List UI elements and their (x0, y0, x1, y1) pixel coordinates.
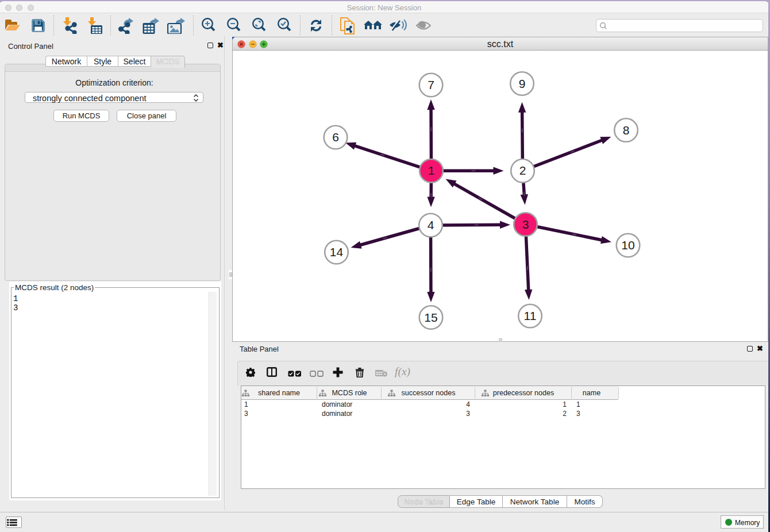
svg-text:3: 3 (522, 218, 529, 231)
svg-text:11: 11 (524, 309, 537, 322)
svg-text:9: 9 (519, 77, 526, 90)
svg-text:7: 7 (428, 78, 434, 91)
svg-text:6: 6 (332, 130, 339, 144)
svg-text:2: 2 (519, 164, 526, 177)
svg-text:1: 1 (428, 164, 435, 177)
svg-text:8: 8 (623, 124, 630, 137)
svg-text:4: 4 (428, 218, 434, 232)
svg-text:15: 15 (424, 311, 437, 324)
svg-text:10: 10 (621, 238, 634, 252)
svg-text:14: 14 (330, 245, 344, 259)
